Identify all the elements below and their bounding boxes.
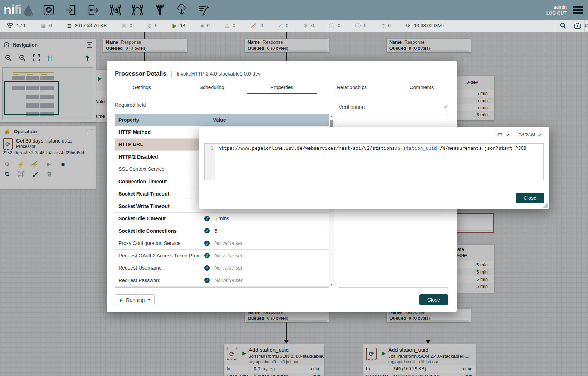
status-connected-nodes: 1 / 1 — [6, 23, 26, 29]
status-sync-failure: ?0 — [382, 23, 391, 28]
tab-relationships[interactable]: Relationships — [317, 83, 387, 94]
info-icon: i — [204, 228, 210, 233]
property-row-socket-idle-timeout[interactable]: Socket Idle Timeouti5 mins — [115, 213, 334, 225]
global-menu-icon[interactable] — [573, 6, 583, 14]
template-tool-icon[interactable] — [175, 4, 188, 16]
stopped-icon: ■ — [200, 23, 204, 28]
status-queued: ≣201 / 53.76 KB — [67, 23, 107, 28]
property-row-request-password[interactable]: Request PasswordiNo value set — [115, 274, 334, 287]
info-icon: i — [204, 253, 210, 258]
el-supported-flag: EL ✔ — [497, 132, 510, 138]
output-port-tool-icon[interactable] — [87, 4, 99, 16]
running-play-icon: ▶ — [120, 298, 123, 303]
funnel-tool-icon[interactable] — [153, 4, 166, 16]
check-icon: ✔ — [538, 132, 541, 138]
search-button[interactable] — [556, 20, 570, 32]
status-transmitting: ◎0 — [122, 23, 132, 28]
first-aid-icon — [574, 23, 581, 29]
locally-modified-stale-icon: ! — [355, 23, 361, 28]
url-value-line[interactable]: https://www.pegelonline.wsv.de/webservic… — [215, 144, 529, 180]
status-stale: ↑0 — [329, 23, 340, 28]
property-value-editor: EL ✔ PARAM ✔ 1 https://www.pegelonline.w… — [199, 127, 549, 209]
tab-properties[interactable]: Properties — [247, 83, 317, 94]
dialog-title-row: Processor Details | InvokeHTTP 2.4.0-sta… — [115, 70, 261, 77]
expression-parameter: station_uuid — [403, 145, 437, 151]
property-row-request-username[interactable]: Request UsernameiNo value set — [115, 262, 334, 275]
info-icon: i — [204, 278, 210, 283]
status-disabled: ⚡0 — [251, 23, 263, 28]
logout-link[interactable]: LOG OUT — [546, 11, 567, 16]
process-group-tool-icon[interactable] — [109, 4, 122, 16]
stale-icon: ↑ — [329, 23, 334, 28]
not-transmitting-icon: ⊘ — [147, 23, 152, 28]
up-to-date-icon: ✓ — [278, 23, 283, 28]
property-row-socket-idle-connections[interactable]: Socket Idle Connectionsi5 — [115, 225, 334, 237]
nifi-logo: nifi — [4, 3, 34, 18]
editor-close-button[interactable]: Close — [516, 193, 544, 203]
label-tool-icon[interactable] — [198, 4, 210, 16]
value-code-editor[interactable]: 1 https://www.pegelonline.wsv.de/webserv… — [204, 143, 544, 180]
dialog-title: Processor Details — [115, 70, 166, 77]
expression-open: ${ — [398, 145, 403, 151]
threads-icon: ▦ — [41, 23, 46, 28]
verification-label: Verification — [339, 104, 365, 110]
param-supported-flag: PARAM ✔ — [518, 132, 541, 138]
check-icon: ✔ — [506, 132, 510, 138]
info-icon: i — [204, 265, 210, 271]
locally-modified-icon: ✱ — [303, 23, 308, 28]
status-stopped: ■0 — [200, 23, 210, 28]
info-icon: i — [204, 241, 210, 246]
input-port-tool-icon[interactable] — [64, 4, 77, 16]
scroll-down-icon[interactable]: ▼ — [330, 283, 333, 288]
status-history-button[interactable] — [584, 20, 588, 32]
status-bar: 1 / 1 ▦0 ≣201 / 53.76 KB ◎0 ⊘0 ▶14 ■0 ⚠0… — [0, 20, 588, 32]
transmitting-icon: ◎ — [122, 23, 126, 28]
status-locally-modified-stale: !0 — [355, 23, 367, 28]
resize-handle[interactable] — [542, 202, 548, 208]
property-row-oauth2-provider[interactable]: Request OAuth2 Access Token Prov...iNo v… — [115, 250, 334, 262]
verification-check-icon[interactable]: ✔ — [443, 103, 448, 110]
properties-table-header: Property Value — [115, 114, 334, 126]
tab-scheduling[interactable]: Scheduling — [177, 83, 247, 94]
status-not-transmitting: ⊘0 — [147, 23, 158, 28]
dialog-close-button[interactable]: Close — [419, 294, 448, 305]
status-invalid: ⚠0 — [225, 23, 235, 28]
property-row-proxy-configuration[interactable]: Proxy Configuration ServiceiNo value set — [115, 237, 334, 250]
cluster-icon — [6, 23, 13, 29]
search-icon — [560, 23, 566, 29]
dialog-subtitle: InvokeHTTP 2.4.0-stackable0.0.0-dev — [176, 71, 261, 77]
cluster-summary-button[interactable] — [570, 20, 584, 32]
caret-down-icon: ▾ — [148, 298, 150, 302]
app-header: nifi admin — [0, 0, 588, 20]
invalid-icon: ⚠ — [225, 23, 229, 28]
status-locally-modified: ✱0 — [303, 23, 314, 28]
required-field-label: Required field — [115, 102, 146, 108]
disabled-icon: ⚡ — [251, 23, 257, 28]
processor-tool-icon[interactable] — [42, 4, 55, 16]
nifi-drop-icon — [23, 3, 34, 17]
tab-comments[interactable]: Comments — [387, 83, 457, 94]
dialog-tabs: Settings Scheduling Properties Relations… — [107, 83, 457, 94]
scroll-up-icon[interactable]: ▲ — [330, 114, 333, 119]
status-active-threads: ▦0 — [41, 23, 52, 28]
tab-settings[interactable]: Settings — [107, 83, 177, 94]
refresh-icon: ⟳ — [406, 23, 410, 29]
status-up-to-date: ✓0 — [278, 23, 288, 28]
sync-failure-icon: ? — [382, 23, 385, 28]
queue-icon: ≣ — [67, 23, 72, 28]
status-running: ▶14 — [173, 23, 186, 28]
running-icon: ▶ — [173, 23, 177, 28]
current-user: admin — [553, 4, 567, 10]
line-number-gutter: 1 — [205, 144, 215, 180]
status-last-refresh: ⟳13:33:02 GMT — [406, 23, 445, 29]
run-state-button[interactable]: ▶ Running ▾ — [115, 294, 155, 305]
remote-process-group-tool-icon[interactable] — [131, 4, 144, 16]
info-icon: i — [204, 216, 210, 221]
